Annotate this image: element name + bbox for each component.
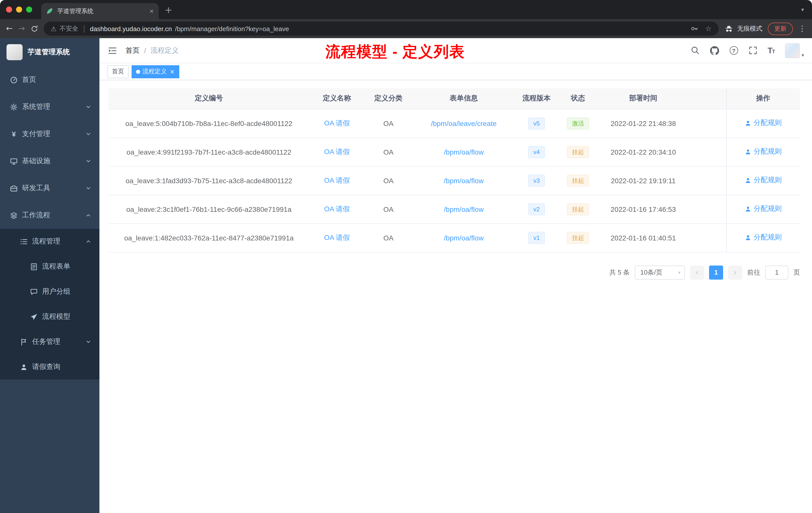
sidebar-item-process-mgmt[interactable]: 流程管理 — [0, 229, 99, 254]
chat-icon — [30, 288, 38, 295]
version-badge: v3 — [528, 175, 545, 186]
deploy-time: 2022-01-22 21:48:38 — [598, 109, 689, 138]
status-badge: 挂起 — [567, 203, 589, 215]
new-tab-button[interactable]: + — [165, 4, 172, 15]
assign-rule-button[interactable]: 分配规则 — [745, 119, 782, 128]
definition-id: oa_leave:4:991f2193-7b7f-11ec-a3c8-acde4… — [109, 138, 309, 166]
sidebar-item-devtools[interactable]: 研发工具 — [0, 175, 99, 202]
column-header-action: 操作 — [726, 88, 800, 109]
layers-icon — [10, 212, 18, 219]
status-badge: 挂起 — [567, 175, 589, 186]
sidebar-item-user-group[interactable]: 用户分组 — [0, 279, 99, 304]
back-icon[interactable]: ← — [6, 25, 13, 33]
table-row: oa_leave:1:482ec033-762a-11ec-8477-a2380… — [109, 223, 800, 252]
tab-search-caret-icon[interactable]: ▾ — [801, 6, 812, 13]
form-link[interactable]: /bpm/oa/flow — [444, 176, 484, 184]
font-size-icon[interactable]: TT — [767, 46, 775, 55]
definition-name-link[interactable]: OA 请假 — [324, 205, 350, 213]
assign-rule-button[interactable]: 分配规则 — [745, 147, 782, 156]
column-header-form: 表单信息 — [412, 88, 515, 109]
column-header-filler — [689, 88, 726, 109]
logo-image — [6, 44, 23, 60]
sidebar-item-leave-query[interactable]: 请假查询 — [0, 354, 99, 380]
sidebar-item-workflow[interactable]: 工作流程 — [0, 202, 99, 229]
forward-icon[interactable]: → — [18, 25, 25, 33]
tab-close-icon[interactable]: × — [150, 7, 154, 15]
filler-cell — [689, 223, 726, 252]
password-key-icon[interactable] — [691, 25, 699, 33]
form-link[interactable]: /bpm/oa/flow — [444, 205, 484, 213]
chevron-up-icon — [85, 212, 91, 218]
browser-toolbar: ← → ⚠ 不安全 dashboard.yudao.iocoder.cn /bp… — [0, 19, 812, 38]
avatar-caret-icon[interactable]: ▾ — [802, 53, 804, 58]
help-icon[interactable]: ? — [729, 46, 738, 55]
github-icon[interactable] — [710, 46, 719, 55]
update-button[interactable]: 更新 — [768, 22, 793, 35]
breadcrumb-home[interactable]: 首页 — [125, 46, 140, 55]
fullscreen-icon[interactable] — [749, 46, 757, 55]
assign-rule-button[interactable]: 分配规则 — [745, 176, 782, 185]
browser-menu-icon[interactable]: ⋮ — [799, 24, 806, 33]
sidebar-item-infrastructure[interactable]: 基础设施 — [0, 148, 99, 175]
browser-tab[interactable]: 芋道管理系统 × — [41, 3, 159, 19]
definition-name-link[interactable]: OA 请假 — [324, 176, 350, 184]
sidebar-toggle-button[interactable] — [108, 46, 117, 56]
sidebar-item-process-model[interactable]: 流程模型 — [0, 304, 99, 329]
goto-label: 前往 — [747, 268, 760, 277]
tag-close-icon[interactable]: × — [170, 68, 175, 75]
reload-icon[interactable] — [31, 25, 38, 32]
definition-name-link[interactable]: OA 请假 — [324, 147, 350, 155]
sidebar-item-system[interactable]: 系统管理 — [0, 93, 99, 120]
app-logo[interactable]: 芋道管理系统 — [0, 38, 99, 66]
bookmark-star-icon[interactable]: ☆ — [705, 25, 712, 33]
app-title: 芋道管理系统 — [28, 48, 70, 57]
form-link[interactable]: /bpm/oa/flow — [444, 148, 484, 156]
next-page-button[interactable]: › — [728, 265, 742, 279]
goto-page-input[interactable] — [765, 265, 788, 279]
version-badge: v2 — [528, 203, 545, 215]
table-row: oa_leave:4:991f2193-7b7f-11ec-a3c8-acde4… — [109, 138, 800, 166]
sidebar-item-home[interactable]: 首页 — [0, 66, 99, 93]
window-controls — [0, 0, 41, 19]
prev-page-button[interactable]: ‹ — [690, 265, 704, 279]
form-link[interactable]: /bpm/oa/leave/create — [431, 119, 497, 127]
breadcrumb-separator: / — [144, 47, 146, 55]
version-badge: v4 — [528, 146, 545, 158]
window-close-button[interactable] — [6, 6, 12, 12]
window-zoom-button[interactable] — [26, 6, 32, 12]
sidebar: 芋道管理系统 首页 系统管理 ¥ 支付管理 基础设施 — [0, 38, 99, 513]
url-host: dashboard.yudao.iocoder.cn — [90, 25, 172, 32]
assign-rule-button[interactable]: 分配规则 — [745, 233, 782, 242]
document-icon — [30, 263, 38, 270]
annotation-title: 流程模型 - 定义列表 — [325, 42, 465, 62]
tags-view-bar: 首页 流程定义 × — [99, 63, 812, 80]
definition-table: 定义编号 定义名称 定义分类 表单信息 流程版本 状态 部署时间 操作 — [109, 88, 800, 252]
deploy-time: 2022-01-16 01:40:51 — [598, 223, 689, 252]
tag-process-definition[interactable]: 流程定义 × — [132, 65, 179, 78]
url-bar[interactable]: ⚠ 不安全 dashboard.yudao.iocoder.cn /bpm/ma… — [44, 22, 719, 36]
column-header-id: 定义编号 — [109, 88, 309, 109]
app-body: 芋道管理系统 首页 系统管理 ¥ 支付管理 基础设施 — [0, 38, 812, 513]
sidebar-item-task-mgmt[interactable]: 任务管理 — [0, 329, 99, 354]
workflow-submenu: 流程管理 流程表单 用户分组 流程模型 任务管理 — [0, 229, 99, 380]
avatar[interactable] — [785, 43, 800, 58]
sidebar-item-payment[interactable]: ¥ 支付管理 — [0, 120, 99, 148]
navbar-actions: ? TT ▾ — [691, 43, 804, 58]
dashboard-icon — [10, 76, 18, 84]
page-size-select[interactable]: 10条/页 ▾ — [635, 265, 685, 279]
search-icon[interactable] — [691, 46, 699, 55]
flag-icon — [20, 338, 28, 345]
form-link[interactable]: /bpm/oa/flow — [444, 234, 484, 242]
assign-rule-button[interactable]: 分配规则 — [745, 205, 782, 214]
yen-icon: ¥ — [10, 130, 18, 138]
window-minimize-button[interactable] — [16, 6, 22, 12]
filler-cell — [689, 166, 726, 195]
tag-home[interactable]: 首页 — [108, 65, 128, 78]
definition-category: OA — [365, 109, 412, 138]
sidebar-item-process-form[interactable]: 流程表单 — [0, 254, 99, 279]
definition-name-link[interactable]: OA 请假 — [324, 233, 350, 241]
url-path: /bpm/manager/definition?key=oa_leave — [175, 25, 289, 32]
definition-name-link[interactable]: OA 请假 — [324, 119, 350, 127]
page-number-button[interactable]: 1 — [709, 265, 723, 279]
user-icon — [745, 206, 751, 212]
